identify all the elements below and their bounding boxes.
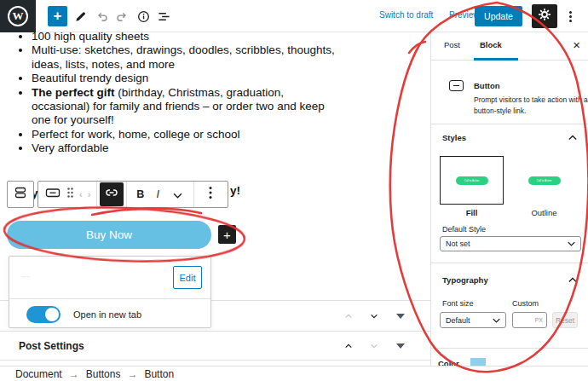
block-card-title: Button [474,81,500,90]
link-popover: ··· Edit Open in new tab [9,256,211,328]
custom-label: Custom [512,299,539,308]
px-unit: PX [535,317,543,323]
info-icon[interactable] [136,9,150,23]
breadcrumb: Document → Buttons → Button [0,366,588,381]
post-settings-panel[interactable]: Post Settings [0,331,430,361]
url-preview: ··· [21,272,30,281]
tab-block[interactable]: Block [480,40,502,49]
kebab-icon [569,11,572,14]
drag-handle-icon[interactable] [64,187,77,202]
toolbar-more-icon[interactable] [209,186,212,203]
list-item[interactable]: Multi-use: sketches, drawings, doodles, … [32,43,339,72]
settings-button[interactable] [532,4,557,28]
list-item[interactable]: Very affordable [32,141,339,155]
chevron-up-icon[interactable] [568,277,577,283]
font-size-select[interactable]: Default [440,312,506,328]
breadcrumb-item-buttons[interactable]: Buttons [86,368,121,380]
wordpress-logo: W [8,6,28,26]
hidden-text-fragment: y! [230,184,240,197]
plus-icon: + [54,8,62,25]
arrow-right-icon: → [127,368,137,380]
link-icon [105,186,118,203]
breadcrumb-item-document[interactable]: Document [15,368,62,380]
styles-section-title: Styles [442,133,466,142]
settings-sidebar: Post Block × Button Prompt visitors to t… [430,32,588,367]
fill-label: Fill [440,208,504,217]
toggle-label: Open in new tab [73,309,141,320]
default-style-label: Default Style [442,225,486,234]
post-bullet-list[interactable]: 100 high quality sheets Multi-use: sketc… [17,30,339,156]
block-toolbar: ‹ › B I [37,181,228,208]
bold-button[interactable]: B [130,188,150,200]
list-item[interactable]: Perfect for work, home, college or schoo… [32,128,339,141]
undo-icon[interactable] [95,9,109,23]
move-right-icon[interactable]: › [85,189,94,199]
style-option-outline[interactable]: Call to Action [512,156,576,205]
button-block-icon[interactable] [42,186,64,203]
font-size-label: Font size [442,299,474,308]
style-preview-button: Call to Action [456,176,488,185]
more-options-button[interactable] [562,7,579,26]
chevron-down-icon [493,318,500,323]
tab-post[interactable]: Post [444,40,460,49]
edit-link-button[interactable]: Edit [173,266,202,289]
post-settings-title: Post Settings [19,340,84,352]
buttons-block-icon [14,186,27,203]
list-view-icon[interactable] [157,9,170,23]
update-button[interactable]: Update [475,6,522,26]
select-parent-buttons-block[interactable] [7,181,34,208]
collapse-triangle-icon[interactable] [396,314,405,319]
gear-icon [538,8,551,25]
move-left-icon[interactable]: ‹ [77,189,85,199]
top-toolbar: W + Switch to draft Preview Update [0,0,588,32]
add-button-inline[interactable]: + [218,225,236,244]
switch-to-draft-link[interactable]: Switch to draft [379,10,433,20]
active-tab-underline [474,58,518,61]
chevron-up-icon[interactable] [568,135,577,141]
sidebar-tabs: Post Block × [431,32,588,61]
wordpress-editor: W + Switch to draft Preview Update [0,0,588,381]
move-down-icon[interactable] [371,343,378,349]
divider [9,298,210,299]
list-item[interactable]: Beautiful trendy design [32,72,339,85]
outline-label: Outline [512,208,576,217]
add-block-button[interactable]: + [48,6,67,26]
block-card-description: Prompt visitors to take action with a bu… [474,95,588,117]
color-section-partial: Color [438,354,583,367]
style-option-fill[interactable]: Call to Action [440,156,504,205]
default-style-select[interactable]: Not set [440,236,581,251]
collapse-triangle-icon[interactable] [396,343,405,349]
open-in-new-tab-toggle[interactable] [26,306,61,323]
close-icon[interactable]: × [573,38,580,52]
button-block-icon [449,80,464,91]
style-preview-button: Call to Action [528,176,561,185]
pencil-icon[interactable] [73,9,87,23]
buy-now-button[interactable]: Buy Now [7,221,211,249]
color-swatch[interactable] [470,358,486,366]
custom-font-size-input[interactable]: PX [512,312,547,328]
plus-icon: + [223,228,231,242]
chevron-down-icon[interactable] [165,187,190,202]
move-up-icon[interactable] [345,343,352,349]
redo-icon[interactable] [115,9,129,23]
italic-button[interactable]: I [150,188,164,200]
list-item[interactable]: The perfect gift (birthday, Christmas, g… [32,86,339,128]
chevron-down-icon [568,241,575,246]
typography-section-title: Typography [442,275,488,285]
move-up-icon[interactable] [345,313,352,320]
move-down-icon[interactable] [371,313,378,320]
reset-button[interactable]: Reset [552,312,578,328]
arrow-right-icon: → [69,368,79,380]
link-button[interactable] [100,182,124,206]
breadcrumb-item-button[interactable]: Button [144,368,174,380]
wordpress-logo-button[interactable]: W [0,0,36,32]
